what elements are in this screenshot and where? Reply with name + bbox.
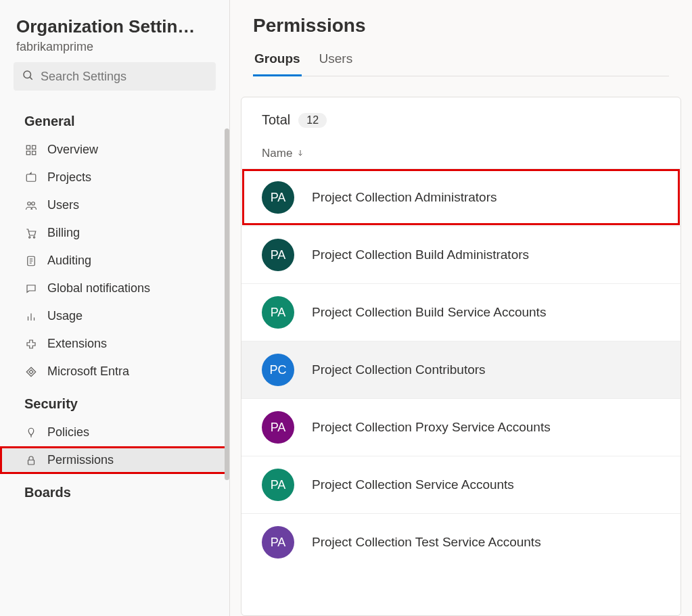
- search-icon: [22, 69, 34, 84]
- sidebar-item-label: Permissions: [47, 453, 114, 467]
- panel-top: Total 12: [241, 97, 681, 135]
- org-name: fabrikamprime: [16, 40, 213, 54]
- group-row[interactable]: PAProject Collection Test Service Accoun…: [241, 513, 681, 571]
- group-name: Project Collection Proxy Service Account…: [312, 420, 551, 435]
- avatar: PC: [262, 354, 294, 386]
- group-name: Project Collection Administrators: [312, 190, 497, 205]
- sidebar-item-entra[interactable]: Microsoft Entra: [0, 358, 229, 385]
- overview-icon: [24, 143, 38, 157]
- avatar: PA: [262, 526, 294, 559]
- sidebar-item-usage[interactable]: Usage: [0, 302, 229, 330]
- sidebar-item-label: Auditing: [47, 254, 91, 268]
- sidebar-item-overview[interactable]: Overview: [0, 136, 229, 164]
- avatar: PA: [262, 296, 294, 329]
- sidebar-item-extensions[interactable]: Extensions: [0, 330, 229, 358]
- sidebar-item-label: Policies: [47, 425, 89, 440]
- svg-point-0: [24, 71, 31, 78]
- group-row[interactable]: PCProject Collection Contributors: [241, 341, 681, 398]
- users-icon: [24, 199, 38, 212]
- sidebar-item-label: Users: [47, 198, 79, 212]
- sidebar-item-label: Extensions: [47, 337, 107, 351]
- main-content: Permissions Groups Users Total 12 Name P…: [230, 0, 692, 616]
- svg-rect-21: [28, 460, 34, 465]
- svg-point-9: [29, 236, 30, 237]
- group-name: Project Collection Service Accounts: [312, 477, 514, 492]
- sidebar-item-label: Projects: [47, 170, 91, 185]
- main-header: Permissions Groups Users: [230, 0, 692, 76]
- sort-arrow-icon: [296, 147, 304, 160]
- search-wrap: [0, 62, 229, 96]
- svg-rect-4: [26, 151, 30, 154]
- svg-point-10: [33, 236, 34, 237]
- sidebar-item-label: Microsoft Entra: [47, 364, 129, 379]
- notifications-icon: [24, 282, 38, 295]
- search-input[interactable]: [41, 70, 208, 84]
- column-header-name[interactable]: Name: [241, 135, 681, 168]
- section-heading-general: General: [0, 103, 229, 136]
- column-header-label: Name: [262, 147, 292, 160]
- svg-point-7: [28, 202, 31, 205]
- app-root: Organization Settin… fabrikamprime Gener…: [0, 0, 692, 616]
- sidebar-item-label: Usage: [47, 309, 83, 323]
- group-name: Project Collection Build Administrators: [312, 247, 529, 262]
- sidebar-item-billing[interactable]: Billing: [0, 219, 229, 247]
- avatar: PA: [262, 239, 294, 271]
- sidebar-nav: General Overview Projects Users: [0, 96, 229, 507]
- avatar: PA: [262, 181, 294, 214]
- svg-marker-18: [26, 367, 36, 377]
- svg-line-1: [30, 77, 32, 79]
- groups-panel: Total 12 Name PAProject Collection Admin…: [241, 97, 681, 616]
- svg-rect-6: [26, 174, 36, 181]
- sidebar-item-label: Billing: [47, 226, 80, 240]
- svg-rect-5: [32, 151, 36, 154]
- group-rows: PAProject Collection AdministratorsPAPro…: [241, 168, 681, 615]
- total-label: Total: [262, 112, 290, 128]
- sidebar-header: Organization Settin… fabrikamprime: [0, 0, 229, 62]
- sidebar-scrollbar[interactable]: [225, 128, 229, 480]
- tab-groups[interactable]: Groups: [253, 51, 302, 76]
- sidebar-item-label: Global notifications: [47, 281, 150, 295]
- group-row[interactable]: PAProject Collection Build Administrator…: [241, 226, 681, 283]
- svg-rect-3: [32, 145, 36, 149]
- sidebar-item-projects[interactable]: Projects: [0, 164, 229, 191]
- search-settings[interactable]: [14, 62, 216, 91]
- extensions-icon: [24, 337, 38, 351]
- section-heading-boards: Boards: [0, 474, 229, 507]
- main-title: Permissions: [253, 15, 669, 37]
- sidebar-item-auditing[interactable]: Auditing: [0, 247, 229, 275]
- tab-users[interactable]: Users: [318, 51, 354, 76]
- sidebar: Organization Settin… fabrikamprime Gener…: [0, 0, 230, 616]
- page-title: Organization Settin…: [16, 16, 213, 37]
- group-row[interactable]: PAProject Collection Proxy Service Accou…: [241, 398, 681, 456]
- entra-icon: [24, 365, 38, 379]
- group-name: Project Collection Build Service Account…: [312, 305, 546, 320]
- tabs: Groups Users: [253, 51, 669, 76]
- usage-icon: [24, 310, 38, 323]
- svg-marker-19: [29, 370, 33, 374]
- billing-icon: [24, 227, 38, 240]
- policies-icon: [24, 426, 38, 440]
- svg-rect-2: [26, 145, 30, 149]
- group-row[interactable]: PAProject Collection Administrators: [241, 168, 681, 226]
- avatar: PA: [262, 411, 294, 444]
- projects-icon: [24, 171, 38, 185]
- permissions-icon: [24, 454, 38, 467]
- sidebar-item-users[interactable]: Users: [0, 191, 229, 219]
- group-name: Project Collection Contributors: [312, 362, 486, 377]
- sidebar-item-permissions[interactable]: Permissions: [0, 446, 229, 474]
- avatar: PA: [262, 469, 294, 501]
- section-heading-security: Security: [0, 385, 229, 419]
- svg-point-8: [32, 202, 35, 205]
- group-name: Project Collection Test Service Accounts: [312, 535, 541, 550]
- group-row[interactable]: PAProject Collection Build Service Accou…: [241, 283, 681, 341]
- group-row[interactable]: PAProject Collection Service Accounts: [241, 456, 681, 513]
- sidebar-item-notifications[interactable]: Global notifications: [0, 275, 229, 302]
- total-count: 12: [298, 113, 327, 128]
- auditing-icon: [24, 254, 38, 268]
- sidebar-item-label: Overview: [47, 143, 98, 157]
- sidebar-item-policies[interactable]: Policies: [0, 419, 229, 446]
